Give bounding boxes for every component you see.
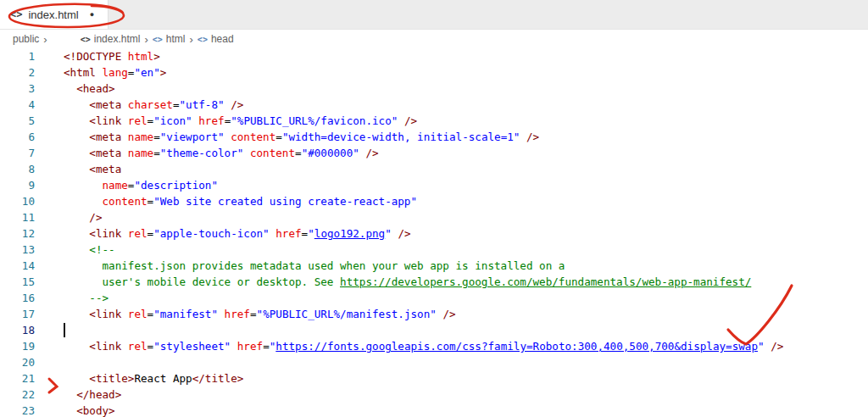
code-text: <link rel="stylesheet" href="https://fon…: [64, 338, 783, 354]
code-text: </head>: [64, 386, 121, 403]
line-number[interactable]: 2: [0, 64, 35, 81]
tab-label: index.html: [28, 8, 78, 21]
code-text: <!--: [64, 242, 115, 258]
code-text: <head>: [64, 81, 115, 97]
code-line-16[interactable]: 16 -->: [0, 290, 868, 306]
code-text: <link rel="manifest" href="%PUBLIC_URL%/…: [64, 306, 456, 322]
line-number[interactable]: 5: [0, 113, 35, 129]
line-number[interactable]: 7: [0, 145, 35, 161]
code-text: <link rel="apple-touch-icon" href="logo1…: [64, 225, 411, 242]
code-text: <meta name="viewport" content="width=dev…: [64, 129, 539, 145]
line-number[interactable]: 10: [0, 193, 35, 209]
code-text: name="description": [64, 177, 218, 193]
code-line-2[interactable]: 2<html lang="en">: [0, 64, 868, 81]
code-line-3[interactable]: 3 <head>: [0, 81, 868, 97]
breadcrumb-separator-chevron-icon: ›: [144, 34, 147, 45]
breadcrumb-separator-chevron-icon: ›: [190, 34, 193, 45]
code-line-4[interactable]: 4 <meta charset="utf-8" />: [0, 97, 868, 113]
code-line-15[interactable]: 15 user's mobile device or desktop. See …: [0, 274, 868, 290]
line-number[interactable]: 4: [0, 97, 35, 113]
line-number[interactable]: 11: [0, 209, 35, 225]
code-text: -->: [64, 290, 108, 306]
html-tag-symbol-icon: <>: [153, 35, 163, 44]
line-number[interactable]: 16: [0, 290, 35, 306]
breadcrumb-label: public: [13, 33, 39, 45]
breadcrumb-item-public[interactable]: public: [13, 33, 39, 45]
head-tag-symbol-icon: <>: [198, 35, 208, 44]
breadcrumb: public›<>index.html›<>html›<>head: [0, 30, 868, 48]
code-line-13[interactable]: 13 <!--: [0, 242, 868, 258]
code-line-18[interactable]: 18: [0, 322, 868, 338]
code-line-10[interactable]: 10 content="Web site created using creat…: [0, 193, 868, 209]
breadcrumb-separator-chevron-icon: ›: [43, 34, 47, 45]
code-text: <meta charset="utf-8" />: [64, 97, 243, 113]
line-number[interactable]: 13: [0, 242, 35, 258]
code-text: <meta name="theme-color" content="#00000…: [64, 145, 379, 161]
code-text: user's mobile device or desktop. See htt…: [64, 274, 751, 290]
code-text: content="Web site created using create-r…: [64, 193, 417, 209]
code-text: <meta: [64, 161, 121, 177]
code-editor[interactable]: 1<!DOCTYPE html>2<html lang="en">3 <head…: [0, 48, 868, 417]
line-number[interactable]: 12: [0, 225, 35, 242]
code-line-9[interactable]: 9 name="description": [0, 177, 868, 193]
line-number[interactable]: 17: [0, 306, 35, 322]
code-line-1[interactable]: 1<!DOCTYPE html>: [0, 48, 868, 64]
code-text: <html lang="en">: [64, 64, 166, 81]
code-line-21[interactable]: 21 <title>React App</title>: [0, 370, 868, 386]
breadcrumb-label: index.html: [94, 33, 141, 45]
code-text: <link rel="icon" href="%PUBLIC_URL%/favi…: [64, 113, 417, 129]
line-number[interactable]: 21: [0, 370, 35, 386]
line-number[interactable]: 22: [0, 386, 35, 403]
line-number[interactable]: 23: [0, 403, 35, 417]
html-file-icon: <>: [10, 8, 22, 20]
breadcrumb-item-index-html[interactable]: <>index.html: [52, 33, 141, 45]
code-line-17[interactable]: 17 <link rel="manifest" href="%PUBLIC_UR…: [0, 306, 868, 322]
line-number[interactable]: 15: [0, 274, 35, 290]
line-number[interactable]: 19: [0, 338, 35, 354]
code-line-19[interactable]: 19 <link rel="stylesheet" href="https://…: [0, 338, 868, 354]
breadcrumb-item-html[interactable]: <>html: [153, 33, 186, 45]
code-text: <title>React App</title>: [64, 370, 243, 386]
code-line-6[interactable]: 6 <meta name="viewport" content="width=d…: [0, 129, 868, 145]
code-text: <body>: [64, 403, 115, 417]
text-cursor: [64, 323, 65, 337]
code-line-14[interactable]: 14 manifest.json provides metadata used …: [0, 258, 868, 274]
line-number[interactable]: 8: [0, 161, 35, 177]
html-file-icon: <>: [81, 35, 91, 44]
line-number[interactable]: 14: [0, 258, 35, 274]
breadcrumb-item-head[interactable]: <>head: [198, 33, 234, 45]
code-line-5[interactable]: 5 <link rel="icon" href="%PUBLIC_URL%/fa…: [0, 113, 868, 129]
code-line-20[interactable]: 20: [0, 354, 868, 370]
tab-bar: <> index.html ●: [0, 0, 868, 30]
code-line-22[interactable]: 22 </head>: [0, 386, 868, 403]
code-line-12[interactable]: 12 <link rel="apple-touch-icon" href="lo…: [0, 225, 868, 242]
line-number[interactable]: 9: [0, 177, 35, 193]
breadcrumb-label: head: [211, 33, 234, 45]
code-line-8[interactable]: 8 <meta: [0, 161, 868, 177]
vscode-window: <> index.html ● public›<>index.html›<>ht…: [0, 0, 868, 417]
line-number[interactable]: 3: [0, 81, 35, 97]
line-number[interactable]: 6: [0, 129, 35, 145]
line-number[interactable]: 18: [0, 322, 35, 338]
code-line-23[interactable]: 23 <body>: [0, 403, 868, 417]
breadcrumb-label: html: [166, 33, 186, 45]
unsaved-changes-dot[interactable]: ●: [90, 10, 94, 19]
code-text: />: [64, 209, 103, 225]
code-text: <!DOCTYPE html>: [64, 48, 160, 64]
code-text: manifest.json provides metadata used whe…: [64, 258, 565, 274]
line-number[interactable]: 1: [0, 48, 35, 64]
code-line-7[interactable]: 7 <meta name="theme-color" content="#000…: [0, 145, 868, 161]
code-line-11[interactable]: 11 />: [0, 209, 868, 225]
tab-index-html[interactable]: <> index.html ●: [0, 0, 108, 29]
line-number[interactable]: 20: [0, 354, 35, 370]
